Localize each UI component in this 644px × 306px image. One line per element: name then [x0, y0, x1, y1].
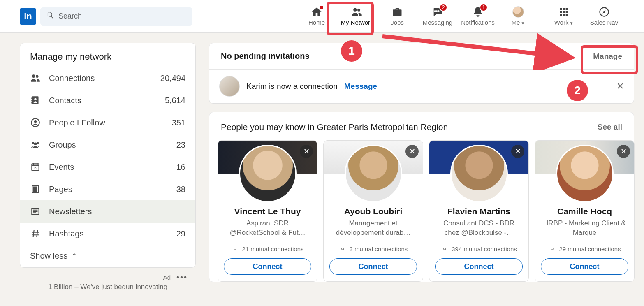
nav-home-label: Home — [308, 19, 325, 26]
content: Manage my network Connections 20,494 Con… — [0, 33, 644, 295]
avatar — [512, 7, 524, 17]
sidebar-item-count: 5,614 — [165, 96, 185, 105]
pymk-card: People you may know in Greater Paris Met… — [209, 112, 634, 282]
dismiss-icon[interactable]: ✕ — [405, 145, 419, 158]
sidebar-item-count: 16 — [176, 162, 185, 172]
mutual-connections: 3 mutual connections — [329, 245, 417, 253]
nav-my-network[interactable]: My Network — [337, 0, 377, 32]
nav-work[interactable]: Work▼ — [544, 0, 584, 32]
person-name[interactable]: Vincent Le Thuy — [224, 206, 311, 216]
sidebar-item-count: 20,494 — [160, 74, 185, 83]
sidebar-item-count: 351 — [172, 118, 185, 128]
ad-menu-icon[interactable]: ••• — [176, 273, 188, 282]
sidebar-item-label: Contacts — [49, 96, 81, 105]
people-icon — [351, 7, 363, 17]
avatar[interactable] — [239, 145, 297, 202]
dismiss-icon[interactable]: ✕ — [617, 145, 630, 158]
hashtag-icon — [30, 228, 41, 239]
sidebar-item-count: 23 — [176, 140, 185, 150]
sidebar-item-pages[interactable]: Pages 38 — [20, 178, 195, 200]
right-column: No pending invitations Manage Karim is n… — [209, 43, 634, 295]
nav-notifications[interactable]: 1 Notifications — [458, 0, 498, 32]
sidebar-item-newsletters[interactable]: Newsletters — [20, 200, 195, 223]
building-icon — [30, 184, 41, 195]
person-card: ✕ Camille Hocq HRBP - Marketing Client &… — [535, 140, 635, 282]
person-subtitle: HRBP - Marketing Client & Marque — [541, 219, 628, 239]
link-icon — [339, 245, 346, 253]
messaging-badge: 2 — [439, 3, 447, 12]
show-less-toggle[interactable]: Show less ⌃ — [20, 245, 195, 267]
sidebar-item-groups[interactable]: Groups 23 — [20, 134, 195, 156]
svg-point-4 — [32, 142, 34, 144]
avatar[interactable] — [450, 145, 508, 202]
nav-jobs[interactable]: Jobs — [377, 0, 417, 32]
link-icon — [548, 245, 556, 253]
home-badge — [319, 5, 324, 10]
newsletter-icon — [30, 206, 41, 217]
bell-icon: 1 — [472, 7, 484, 17]
connect-button[interactable]: Connect — [224, 258, 311, 275]
pymk-header: People you may know in Greater Paris Met… — [209, 112, 634, 140]
person-subtitle: Management et développement durab… — [329, 219, 417, 239]
home-icon — [311, 7, 322, 17]
chat-icon: 2 — [432, 7, 443, 17]
sidebar-item-count: 29 — [176, 229, 185, 239]
nav-sales-nav[interactable]: Sales Nav — [584, 0, 624, 32]
nav-messaging-label: Messaging — [423, 19, 453, 26]
briefcase-icon — [391, 7, 403, 17]
sidebar-item-label: People I Follow — [49, 118, 105, 128]
person-card: ✕ Ayoub Loubiri Management et développem… — [323, 140, 423, 282]
linkedin-logo[interactable]: in — [20, 8, 36, 25]
sidebar-item-label: Events — [49, 162, 74, 172]
person-subtitle: Consultant DCS - BDR chez @Blockpulse -… — [435, 219, 523, 239]
mutual-connections: 394 mutual connections — [435, 245, 523, 253]
ad-label: Ad — [163, 274, 171, 281]
sidebar-item-connections[interactable]: Connections 20,494 — [20, 67, 195, 89]
nav-messaging[interactable]: 2 Messaging — [417, 0, 458, 32]
see-all-link[interactable]: See all — [598, 123, 622, 132]
ad-header: Ad ••• — [20, 268, 196, 283]
link-icon — [441, 245, 448, 253]
manage-invitations-link[interactable]: Manage — [593, 52, 622, 61]
compass-icon — [598, 7, 610, 17]
nav-notifications-label: Notifications — [461, 19, 495, 26]
annotation-step-2: 2 — [567, 80, 588, 101]
avatar[interactable] — [345, 145, 402, 202]
sidebar-item-contacts[interactable]: Contacts 5,614 — [20, 89, 195, 111]
nav-home[interactable]: Home — [297, 0, 337, 32]
dismiss-icon[interactable]: ✕ — [511, 145, 524, 158]
search-input[interactable]: Search — [40, 7, 192, 26]
close-icon[interactable]: ✕ — [616, 81, 624, 92]
apps-grid-icon — [558, 7, 570, 17]
show-less-label: Show less — [30, 251, 67, 261]
sidebar-item-events[interactable]: 5 Events 16 — [20, 156, 195, 178]
avatar[interactable] — [556, 145, 614, 202]
sidebar-item-label: Connections — [49, 74, 95, 83]
left-column: Manage my network Connections 20,494 Con… — [20, 43, 196, 295]
notifications-badge: 1 — [480, 3, 488, 12]
message-link[interactable]: Message — [344, 82, 377, 91]
search-icon — [46, 11, 54, 21]
avatar[interactable] — [219, 76, 240, 97]
sidebar-item-people-follow[interactable]: People I Follow 351 — [20, 111, 195, 134]
nav-sales-label: Sales Nav — [590, 19, 618, 26]
sidebar-item-label: Groups — [49, 140, 76, 150]
person-name[interactable]: Ayoub Loubiri — [329, 206, 417, 216]
ad-tagline: 1 Billion – We've just begun innovating — [20, 283, 196, 295]
connect-button[interactable]: Connect — [541, 258, 628, 275]
person-name[interactable]: Camille Hocq — [541, 206, 628, 216]
sidebar-item-hashtags[interactable]: Hashtags 29 — [20, 223, 195, 245]
sidebar-item-label: Pages — [49, 185, 72, 194]
connect-button[interactable]: Connect — [329, 258, 417, 275]
mutual-text: 3 mutual connections — [350, 246, 408, 253]
nav-me[interactable]: Me▼ — [498, 0, 538, 32]
person-name[interactable]: Flavien Martins — [435, 206, 523, 216]
svg-point-5 — [37, 142, 39, 144]
link-icon — [231, 245, 239, 253]
person-subtitle: Aspirant SDR @RocketSchool & Fut… — [224, 219, 311, 239]
connect-button[interactable]: Connect — [435, 258, 523, 275]
dismiss-icon[interactable]: ✕ — [300, 145, 313, 158]
person-card: Au c votre ✕ Flavien Martins Consultant … — [429, 140, 529, 282]
mutual-text: 21 mutual connections — [242, 246, 303, 253]
sidebar-item-label: Newsletters — [49, 207, 92, 216]
